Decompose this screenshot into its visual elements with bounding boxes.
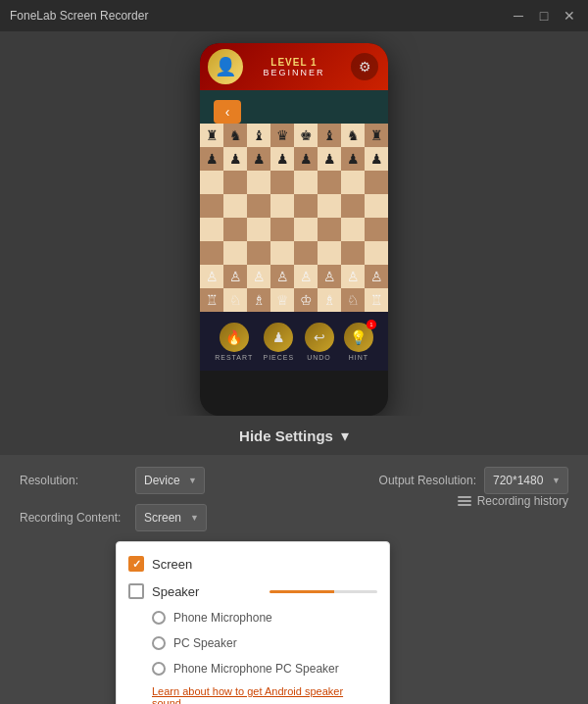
- maximize-button[interactable]: □: [535, 7, 553, 25]
- chess-cell: [341, 241, 365, 265]
- screen-checkbox[interactable]: ✓: [128, 556, 144, 572]
- chess-cell: [270, 218, 294, 241]
- speaker-option[interactable]: Speaker: [117, 578, 389, 605]
- output-resolution-select-wrapper[interactable]: 720*1480: [484, 467, 568, 494]
- chess-cell: [365, 171, 388, 194]
- chess-cell: [200, 241, 223, 265]
- window-controls: ─ □ ✕: [510, 7, 578, 25]
- chess-cell: [200, 218, 223, 241]
- chess-cell: [294, 194, 318, 218]
- hide-settings-bar[interactable]: Hide Settings ▾: [0, 416, 588, 455]
- chess-cell: [270, 241, 294, 265]
- pc-speaker-label: PC Speaker: [173, 636, 237, 650]
- phone-frame: 👤 LEVEL 1 BEGINNER ⚙ ‹ ♜♞♝♛♚♝♞♜♟♟♟♟♟♟♟♟♙…: [200, 43, 388, 416]
- chess-cell: [318, 194, 341, 218]
- main-area: 👤 LEVEL 1 BEGINNER ⚙ ‹ ♜♞♝♛♚♝♞♜♟♟♟♟♟♟♟♟♙…: [0, 31, 588, 704]
- chess-cell: ♘: [341, 288, 365, 312]
- game-difficulty: BEGINNER: [263, 68, 324, 77]
- chess-cell: ♔: [294, 288, 318, 312]
- chess-cell: ♛: [270, 124, 294, 147]
- recording-history-button[interactable]: Recording history: [458, 494, 568, 508]
- pc-speaker-radio[interactable]: [152, 636, 166, 650]
- gear-icon: ⚙: [351, 53, 378, 80]
- chess-cell: ♞: [223, 124, 247, 147]
- avatar-emoji: 👤: [215, 56, 236, 77]
- chess-cell: [223, 241, 247, 265]
- restart-icon: 🔥: [220, 323, 249, 352]
- resolution-select-wrapper[interactable]: Device: [135, 467, 205, 494]
- chess-cell: [341, 171, 365, 194]
- undo-icon: ↩: [305, 323, 334, 352]
- chevron-down-icon: ▾: [341, 427, 349, 445]
- screen-option-label: Screen: [152, 557, 192, 572]
- hint-icon: 💡 1: [344, 323, 373, 352]
- chess-cell: ♖: [365, 288, 388, 312]
- output-resolution-select[interactable]: 720*1480: [484, 467, 568, 494]
- chess-cell: ♟: [318, 147, 341, 171]
- chess-cell: ♟: [341, 147, 365, 171]
- learn-android-speaker-link[interactable]: Learn about how to get Android speaker s…: [117, 681, 389, 704]
- speaker-checkbox[interactable]: [128, 583, 144, 599]
- chess-cell: [247, 241, 270, 265]
- restart-label: RESTART: [215, 354, 253, 361]
- chess-cell: [294, 218, 318, 241]
- chess-cell: [247, 218, 270, 241]
- chess-cell: [270, 194, 294, 218]
- chess-cell: ♟: [247, 147, 270, 171]
- chess-cell: [247, 194, 270, 218]
- phone-mic-pc-speaker-option[interactable]: Phone Microphone PC Speaker: [117, 656, 389, 681]
- chess-cell: ♙: [200, 265, 223, 288]
- back-button[interactable]: ‹: [214, 100, 241, 124]
- chess-cell: [223, 171, 247, 194]
- chess-cell: [318, 218, 341, 241]
- title-bar: FoneLab Screen Recorder ─ □ ✕: [0, 0, 588, 31]
- hint-action[interactable]: 💡 1 HINT: [344, 323, 373, 361]
- settings-panel: Resolution: Device Output Resolution: 72…: [0, 455, 588, 704]
- chess-cell: ♙: [247, 265, 270, 288]
- close-button[interactable]: ✕: [561, 7, 578, 25]
- recording-content-select[interactable]: Screen: [135, 504, 207, 531]
- phone-microphone-radio[interactable]: [152, 611, 166, 625]
- chess-cell: [200, 171, 223, 194]
- chess-cell: ♙: [365, 265, 388, 288]
- phone-mic-pc-speaker-radio[interactable]: [152, 662, 166, 676]
- chess-cell: ♖: [200, 288, 223, 312]
- chess-cell: ♚: [294, 124, 318, 147]
- recording-content-select-wrapper[interactable]: Screen: [135, 504, 207, 531]
- game-header: 👤 LEVEL 1 BEGINNER ⚙: [200, 43, 388, 90]
- pieces-action[interactable]: ♟ PIECES: [264, 323, 295, 361]
- chess-cell: ♟: [365, 147, 388, 171]
- recording-history-label: Recording history: [477, 494, 568, 508]
- recording-content-label: Recording Content:: [20, 511, 127, 525]
- screen-option[interactable]: ✓ Screen: [117, 550, 389, 578]
- chessboard: ♜♞♝♛♚♝♞♜♟♟♟♟♟♟♟♟♙♙♙♙♙♙♙♙♖♘♗♕♔♗♘♖: [200, 124, 388, 312]
- undo-label: UNDO: [307, 354, 331, 361]
- chess-cell: ♗: [247, 288, 270, 312]
- chess-cell: ♝: [247, 124, 270, 147]
- chess-cell: ♙: [270, 265, 294, 288]
- chess-cell: [294, 241, 318, 265]
- undo-action[interactable]: ↩ UNDO: [305, 323, 334, 361]
- speaker-volume-slider[interactable]: [270, 590, 377, 593]
- pieces-label: PIECES: [264, 354, 295, 361]
- phone-microphone-option[interactable]: Phone Microphone: [117, 605, 389, 630]
- chess-cell: ♕: [270, 288, 294, 312]
- chess-cell: ♟: [270, 147, 294, 171]
- chess-cell: ♜: [365, 124, 388, 147]
- hide-settings-label: Hide Settings: [239, 427, 333, 444]
- chess-cell: ♙: [341, 265, 365, 288]
- restart-action[interactable]: 🔥 RESTART: [215, 323, 253, 361]
- resolution-row: Resolution: Device Output Resolution: 72…: [20, 467, 568, 494]
- chess-cell: ♟: [200, 147, 223, 171]
- player-avatar: 👤: [208, 49, 243, 84]
- resolution-select[interactable]: Device: [135, 467, 205, 494]
- game-level: LEVEL 1: [263, 57, 324, 68]
- minimize-button[interactable]: ─: [510, 7, 527, 25]
- chess-cell: [294, 171, 318, 194]
- pc-speaker-option[interactable]: PC Speaker: [117, 630, 389, 656]
- game-header-center: LEVEL 1 BEGINNER: [263, 57, 324, 77]
- chess-cell: [318, 171, 341, 194]
- hint-label: HINT: [349, 354, 368, 361]
- phone-microphone-label: Phone Microphone: [173, 611, 272, 625]
- chess-cell: ♜: [200, 124, 223, 147]
